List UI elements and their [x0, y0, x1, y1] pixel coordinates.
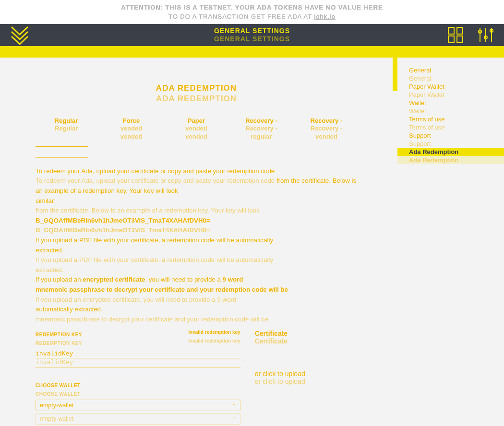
testnet-banner: ATTENTION: THIS IS A TESTNET. YOUR ADA T…: [0, 0, 504, 24]
tab-recovery-regular[interactable]: Recovery - Recovery - regular: [231, 117, 292, 145]
sidebar-item-ada-redemption-dup: Ada Redemption: [397, 156, 504, 164]
redemption-key-label: REDEMPTION KEY: [36, 332, 82, 337]
tab-regular[interactable]: Regular Regular: [36, 117, 97, 145]
sidebar-item-paper-wallet-dup: Paper Wallet: [397, 91, 504, 99]
instructions-text: To redeem your Ada, upload your certific…: [36, 166, 357, 325]
content-panel: ADA REDEMPTION ADA REDEMPTION Regular Re…: [0, 58, 393, 426]
svg-rect-2: [448, 36, 454, 43]
wallet-select[interactable]: empty-wallet ⌃: [36, 400, 240, 411]
chevron-up-icon: ⌃: [232, 416, 236, 422]
upload-hint[interactable]: or click to upload or click to upload: [255, 370, 357, 385]
chevron-up-icon: ⌃: [232, 403, 236, 408]
sidebar-item-support-dup: Support: [397, 140, 504, 148]
svg-rect-0: [448, 27, 454, 34]
sidebar-item-general-dup: General: [397, 74, 504, 83]
tab-paper-vended[interactable]: Paper vended vended: [166, 117, 227, 145]
sidebar-item-support[interactable]: Support: [397, 131, 504, 140]
banner-link[interactable]: iohk.io: [314, 13, 336, 20]
redemption-key-error: Invalid redemption key: [188, 330, 240, 335]
wallet-select-dup: empty-wallet ⌃: [36, 413, 240, 425]
redemption-key-error-dup: Invalid redemption key: [188, 338, 240, 343]
sidebar-item-wallet-dup: Wallet: [397, 107, 504, 115]
sidebar-item-wallet[interactable]: Wallet: [397, 99, 504, 107]
scrollbar-thumb[interactable]: [393, 58, 397, 91]
tab-recovery-vended[interactable]: Recovery - Recovery - vended: [296, 117, 357, 145]
banner-line2: TO DO A TRANSACTION GET FREE ADA AT iohk…: [0, 13, 504, 20]
tabs-row: Regular Regular Force vended vended Pape…: [36, 117, 357, 145]
sidebar-item-paper-wallet[interactable]: Paper Wallet: [397, 83, 504, 91]
tab-force-vended[interactable]: Force vended vended: [101, 117, 162, 145]
svg-rect-1: [457, 27, 463, 34]
sliders-icon[interactable]: [476, 25, 495, 47]
grid-icon[interactable]: [446, 25, 466, 47]
page-title: ADA REDEMPTION ADA REDEMPTION: [0, 83, 393, 104]
settings-sidebar: General General Paper Wallet Paper Walle…: [397, 58, 504, 426]
banner-line1: ATTENTION: THIS IS A TESTNET. YOUR ADA T…: [0, 4, 504, 11]
certificate-title: Certificate Certificate: [255, 330, 357, 345]
yellow-strip: [0, 46, 504, 58]
wallet-label: CHOOSE WALLET: [36, 383, 81, 388]
redemption-key-input[interactable]: [36, 349, 240, 358]
svg-rect-3: [457, 36, 463, 43]
sidebar-item-terms-dup: Terms of use: [397, 123, 504, 131]
redemption-key-label-dup: REDEMPTION KEY: [36, 341, 82, 346]
redemption-key-input-dup: invalidKey: [36, 358, 240, 368]
scrollbar[interactable]: [393, 58, 397, 426]
header-bar: GENERAL SETTINGS GENERAL SETTINGS: [0, 24, 504, 46]
sidebar-item-terms[interactable]: Terms of use: [397, 115, 504, 123]
sidebar-item-general[interactable]: General: [397, 66, 504, 74]
header-title: GENERAL SETTINGS GENERAL SETTINGS: [0, 24, 504, 43]
sidebar-item-ada-redemption[interactable]: Ada Redemption: [397, 148, 504, 156]
wallet-label-dup: CHOOSE WALLET: [36, 391, 81, 397]
